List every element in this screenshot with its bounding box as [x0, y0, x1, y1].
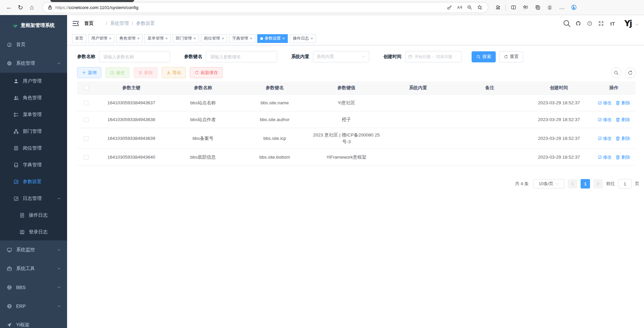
- browser-refresh-button[interactable]: ↻: [15, 2, 26, 13]
- row-checkbox[interactable]: [84, 136, 89, 141]
- sidebar-item-yi-framework[interactable]: Yi框架: [0, 316, 67, 328]
- close-icon[interactable]: ×: [165, 36, 168, 41]
- sidebar-item-system-monitor[interactable]: 系统监控: [0, 240, 67, 259]
- row-edit-link[interactable]: 修改: [598, 117, 612, 123]
- delete-button[interactable]: 删除: [133, 67, 158, 78]
- show-search-toggle-button[interactable]: [611, 67, 622, 78]
- read-aloud-icon[interactable]: A: [454, 3, 465, 12]
- browser-menu-dots[interactable]: …: [556, 2, 567, 13]
- sidebar-item-bbs[interactable]: BBS: [0, 278, 67, 297]
- tab-home[interactable]: 首页: [72, 34, 86, 43]
- refresh-table-button[interactable]: [625, 67, 636, 78]
- chevron-down-icon[interactable]: [635, 22, 639, 26]
- col-header-time: 创建时间: [526, 81, 592, 94]
- browser-home-button[interactable]: ⌂: [26, 2, 38, 13]
- add-button[interactable]: 新增: [77, 67, 101, 78]
- next-page-button[interactable]: [593, 179, 603, 188]
- split-screen-icon[interactable]: [508, 2, 519, 13]
- profile-avatar[interactable]: [544, 2, 555, 13]
- sidebar-item-user-management[interactable]: 用户管理: [0, 73, 67, 90]
- tab-label: 参数设置: [265, 36, 281, 41]
- extensions-puzzle-icon[interactable]: [492, 2, 503, 13]
- close-icon[interactable]: ×: [311, 36, 313, 41]
- sidebar-item-log-management[interactable]: 日志管理: [0, 190, 67, 207]
- sidebar-fold-icon[interactable]: [72, 20, 79, 27]
- row-checkbox[interactable]: [84, 117, 89, 122]
- tab-menu-management[interactable]: 菜单管理×: [145, 34, 171, 43]
- github-icon[interactable]: [574, 19, 583, 28]
- sidebar-item-label: 字典管理: [23, 162, 42, 168]
- filter-date-range[interactable]: 开始日期 - 结束日期: [405, 51, 462, 62]
- row-delete-link[interactable]: 删除: [615, 100, 630, 106]
- help-question-icon[interactable]: ?: [585, 19, 594, 28]
- sidebar-item-role-management[interactable]: 角色管理: [0, 90, 67, 106]
- sidebar-item-erp[interactable]: ERP: [0, 297, 67, 316]
- close-icon[interactable]: ×: [109, 36, 111, 41]
- favorites-bar-icon[interactable]: [520, 2, 531, 13]
- close-icon[interactable]: ×: [282, 36, 285, 41]
- page-size-select[interactable]: 10条/页: [533, 179, 565, 188]
- sidebar-item-menu-management[interactable]: 菜单管理: [0, 106, 67, 123]
- refresh-cache-button[interactable]: 刷新缓存: [190, 67, 223, 78]
- row-edit-link[interactable]: 修改: [598, 100, 612, 106]
- sidebar-item-label: 岗位管理: [23, 145, 42, 151]
- tab-user-management[interactable]: 用户管理×: [88, 34, 114, 43]
- address-bar[interactable]: https://ccnetcore.com:1101/system/config…: [42, 2, 488, 13]
- password-key-icon[interactable]: [444, 3, 454, 12]
- select-all-checkbox[interactable]: [84, 86, 89, 90]
- lock-icon[interactable]: [47, 5, 53, 10]
- sidebar-item-system-tools[interactable]: 系统工具: [0, 259, 67, 278]
- filter-name-input[interactable]: [99, 51, 170, 62]
- sidebar-item-dict-management[interactable]: 字典管理: [0, 157, 67, 173]
- collections-icon[interactable]: [532, 2, 543, 13]
- sidebar-item-system-management[interactable]: 系统管理: [0, 54, 67, 73]
- row-checkbox[interactable]: [84, 101, 89, 105]
- close-icon[interactable]: ×: [222, 36, 224, 41]
- export-button[interactable]: 导出: [162, 67, 186, 78]
- breadcrumb-separator: /: [106, 21, 107, 26]
- tab-department-management[interactable]: 部门管理×: [173, 34, 199, 43]
- user-logo-badge[interactable]: Yj: [624, 19, 632, 28]
- bing-chat-icon[interactable]: [569, 2, 579, 13]
- sidebar-item-post-management[interactable]: 岗位管理: [0, 140, 67, 157]
- filter-builtin-select[interactable]: 系统内置: [313, 51, 369, 62]
- row-delete-link[interactable]: 删除: [615, 117, 630, 123]
- goto-page-input[interactable]: [618, 179, 632, 188]
- chevron-down-icon: [555, 182, 559, 186]
- sidebar-item-operation-log[interactable]: 操作日志: [0, 207, 67, 224]
- reset-button[interactable]: 重置: [499, 51, 523, 62]
- tab-dict-management[interactable]: 字典管理×: [229, 34, 255, 43]
- browser-back-button[interactable]: ←: [3, 2, 15, 13]
- sidebar-item-department-management[interactable]: 部门管理: [0, 123, 67, 140]
- sidebar-item-home[interactable]: 首页: [0, 35, 67, 54]
- row-delete-link[interactable]: 删除: [615, 154, 630, 160]
- page-number-1[interactable]: 1: [581, 179, 590, 188]
- refresh-icon: [628, 70, 633, 75]
- tab-config-settings[interactable]: 参数设置×: [257, 34, 288, 43]
- sidebar-item-login-log[interactable]: 登录日志: [0, 224, 67, 240]
- text-size-icon[interactable]: tT: [608, 19, 617, 28]
- breadcrumb-home[interactable]: 首页: [84, 20, 103, 26]
- search-button[interactable]: 搜索: [472, 51, 496, 62]
- search-icon[interactable]: [562, 19, 571, 28]
- add-favorite-star-icon[interactable]: [475, 3, 485, 12]
- prev-page-button[interactable]: [568, 179, 577, 188]
- tab-operation-log[interactable]: 操作日志×: [290, 34, 316, 43]
- row-delete-link[interactable]: 删除: [615, 135, 630, 142]
- filter-key-input[interactable]: [206, 51, 277, 62]
- tab-post-management[interactable]: 岗位管理×: [201, 34, 227, 43]
- fullscreen-icon[interactable]: [597, 19, 605, 28]
- zoom-out-icon[interactable]: [465, 3, 475, 12]
- close-icon[interactable]: ×: [250, 36, 252, 41]
- row-edit-link[interactable]: 修改: [598, 154, 612, 160]
- sidebar-item-config-settings[interactable]: 参数设置: [0, 173, 67, 190]
- row-edit-link[interactable]: 修改: [598, 135, 612, 142]
- calendar-icon: [408, 55, 413, 59]
- close-icon[interactable]: ×: [137, 36, 140, 41]
- row-edit-label: 修改: [603, 100, 612, 106]
- row-checkbox[interactable]: [84, 155, 89, 160]
- edit-button[interactable]: 修改: [105, 67, 129, 78]
- tab-role-management[interactable]: 角色管理×: [116, 34, 143, 43]
- org-chart-icon: [13, 129, 19, 134]
- close-icon[interactable]: ×: [194, 36, 196, 41]
